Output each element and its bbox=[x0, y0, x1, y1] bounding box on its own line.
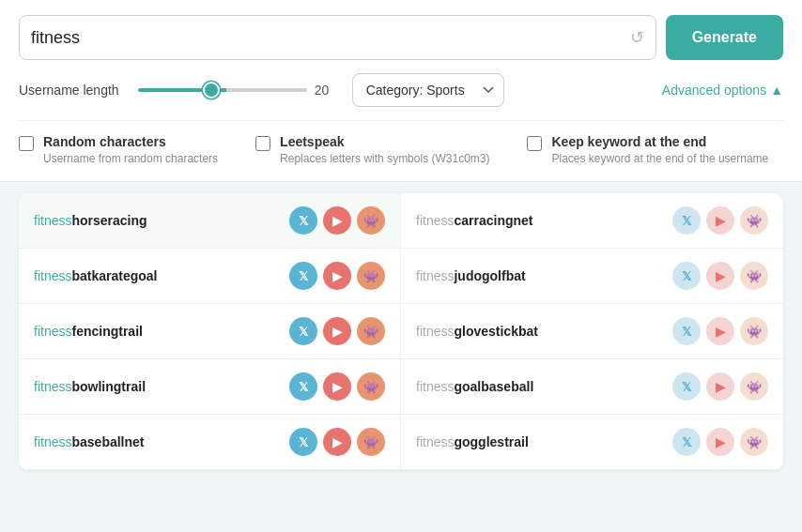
results-section: fitnesshorseracing 𝕏 ▶ 👾 fitnesscarracin… bbox=[0, 182, 802, 481]
result-name: fitnesscarracingnet bbox=[416, 213, 533, 228]
social-icons: 𝕏 ▶ 👾 bbox=[289, 372, 385, 401]
reddit-icon[interactable]: 👾 bbox=[357, 262, 385, 290]
reddit-icon[interactable]: 👾 bbox=[740, 262, 768, 290]
advanced-options-label: Advanced options bbox=[662, 83, 766, 98]
username-length-label: Username length bbox=[19, 83, 119, 98]
slider-container: 20 bbox=[138, 83, 333, 98]
result-name: fitnesshorseracing bbox=[34, 213, 147, 228]
youtube-icon[interactable]: ▶ bbox=[323, 372, 351, 401]
checkbox-keep-keyword: Keep keyword at the end Places keyword a… bbox=[527, 134, 768, 166]
refresh-icon[interactable]: ↺ bbox=[630, 27, 644, 48]
twitter-icon[interactable]: 𝕏 bbox=[672, 262, 701, 290]
result-item[interactable]: fitnessbatkarategoal 𝕏 ▶ 👾 bbox=[19, 249, 401, 304]
youtube-icon[interactable]: ▶ bbox=[323, 262, 351, 290]
youtube-icon[interactable]: ▶ bbox=[706, 428, 734, 456]
options-row: Username length 20 Category: All Categor… bbox=[19, 73, 783, 107]
result-item[interactable]: fitnessgoalbaseball 𝕏 ▶ 👾 bbox=[401, 359, 783, 415]
result-item[interactable]: fitnesscarracingnet 𝕏 ▶ 👾 bbox=[401, 193, 783, 249]
twitter-icon[interactable]: 𝕏 bbox=[672, 428, 701, 456]
reddit-icon[interactable]: 👾 bbox=[357, 428, 385, 456]
result-name: fitnessbowlingtrail bbox=[34, 379, 146, 394]
search-box: ↺ bbox=[19, 15, 656, 60]
reddit-icon[interactable]: 👾 bbox=[357, 206, 385, 235]
youtube-icon[interactable]: ▶ bbox=[706, 262, 734, 290]
top-section: ↺ Generate Username length 20 Category: … bbox=[0, 0, 802, 182]
keep-keyword-desc: Places keyword at the end of the usernam… bbox=[551, 152, 768, 165]
result-name: fitnessbaseballnet bbox=[34, 434, 145, 449]
category-select[interactable]: Category: All Category: Sports Category:… bbox=[352, 73, 504, 107]
checkbox-random-chars: Random characters Username from random c… bbox=[19, 134, 218, 166]
result-item[interactable]: fitnessjudogolfbat 𝕏 ▶ 👾 bbox=[401, 249, 783, 304]
reddit-icon[interactable]: 👾 bbox=[740, 428, 768, 456]
username-length-slider[interactable] bbox=[138, 88, 307, 92]
social-icons: 𝕏 ▶ 👾 bbox=[289, 262, 385, 290]
leetspeak-checkbox[interactable] bbox=[255, 136, 270, 151]
twitter-icon[interactable]: 𝕏 bbox=[672, 317, 701, 345]
twitter-icon[interactable]: 𝕏 bbox=[289, 372, 317, 401]
result-item[interactable]: fitnessbowlingtrail 𝕏 ▶ 👾 bbox=[19, 359, 401, 415]
result-item[interactable]: fitnesshorseracing 𝕏 ▶ 👾 bbox=[19, 193, 401, 249]
social-icons: 𝕏 ▶ 👾 bbox=[672, 428, 768, 456]
results-grid: fitnesshorseracing 𝕏 ▶ 👾 fitnesscarracin… bbox=[19, 193, 783, 470]
result-item[interactable]: fitnessglovestickbat 𝕏 ▶ 👾 bbox=[401, 304, 783, 359]
reddit-icon[interactable]: 👾 bbox=[357, 372, 385, 401]
social-icons: 𝕏 ▶ 👾 bbox=[672, 317, 768, 345]
search-row: ↺ Generate bbox=[19, 15, 783, 60]
twitter-icon[interactable]: 𝕏 bbox=[289, 317, 317, 345]
keep-keyword-checkbox[interactable] bbox=[527, 136, 542, 151]
result-name: fitnessjudogolfbat bbox=[416, 268, 526, 283]
twitter-icon[interactable]: 𝕏 bbox=[289, 428, 317, 456]
result-item[interactable]: fitnessfencingtrail 𝕏 ▶ 👾 bbox=[19, 304, 401, 359]
random-chars-checkbox[interactable] bbox=[19, 136, 34, 151]
result-name: fitnessglovestickbat bbox=[416, 324, 538, 339]
result-name: fitnessfencingtrail bbox=[34, 324, 143, 339]
twitter-icon[interactable]: 𝕏 bbox=[289, 262, 317, 290]
reddit-icon[interactable]: 👾 bbox=[740, 206, 768, 235]
social-icons: 𝕏 ▶ 👾 bbox=[289, 206, 385, 235]
result-item[interactable]: fitnessgogglestrail 𝕏 ▶ 👾 bbox=[401, 415, 783, 470]
leetspeak-desc: Replaces letters with symbols (W31c0m3) bbox=[280, 152, 489, 165]
social-icons: 𝕏 ▶ 👾 bbox=[672, 372, 768, 401]
reddit-icon[interactable]: 👾 bbox=[740, 317, 768, 345]
social-icons: 𝕏 ▶ 👾 bbox=[672, 206, 768, 235]
youtube-icon[interactable]: ▶ bbox=[323, 206, 351, 235]
checkboxes-row: Random characters Username from random c… bbox=[19, 120, 783, 166]
search-input[interactable] bbox=[31, 28, 630, 48]
social-icons: 𝕏 ▶ 👾 bbox=[672, 262, 768, 290]
advanced-options-button[interactable]: Advanced options ▲ bbox=[662, 83, 783, 98]
youtube-icon[interactable]: ▶ bbox=[706, 206, 734, 235]
youtube-icon[interactable]: ▶ bbox=[323, 428, 351, 456]
social-icons: 𝕏 ▶ 👾 bbox=[289, 317, 385, 345]
youtube-icon[interactable]: ▶ bbox=[323, 317, 351, 345]
result-name: fitnessgoalbaseball bbox=[416, 379, 533, 394]
slider-value: 20 bbox=[315, 83, 333, 98]
youtube-icon[interactable]: ▶ bbox=[706, 317, 734, 345]
random-chars-label: Random characters bbox=[43, 134, 218, 149]
reddit-icon[interactable]: 👾 bbox=[740, 372, 768, 401]
checkbox-leetspeak: Leetspeak Replaces letters with symbols … bbox=[255, 134, 489, 166]
twitter-icon[interactable]: 𝕏 bbox=[672, 206, 701, 235]
twitter-icon[interactable]: 𝕏 bbox=[672, 372, 701, 401]
random-chars-desc: Username from random characters bbox=[43, 152, 218, 165]
reddit-icon[interactable]: 👾 bbox=[357, 317, 385, 345]
chevron-up-icon: ▲ bbox=[770, 83, 783, 98]
social-icons: 𝕏 ▶ 👾 bbox=[289, 428, 385, 456]
result-item[interactable]: fitnessbaseballnet 𝕏 ▶ 👾 bbox=[19, 415, 401, 470]
twitter-icon[interactable]: 𝕏 bbox=[289, 206, 317, 235]
generate-button[interactable]: Generate bbox=[666, 15, 783, 60]
keep-keyword-label: Keep keyword at the end bbox=[551, 134, 768, 149]
youtube-icon[interactable]: ▶ bbox=[706, 372, 734, 401]
result-name: fitnessbatkarategoal bbox=[34, 268, 158, 283]
leetspeak-label: Leetspeak bbox=[280, 134, 489, 149]
result-name: fitnessgogglestrail bbox=[416, 434, 529, 449]
